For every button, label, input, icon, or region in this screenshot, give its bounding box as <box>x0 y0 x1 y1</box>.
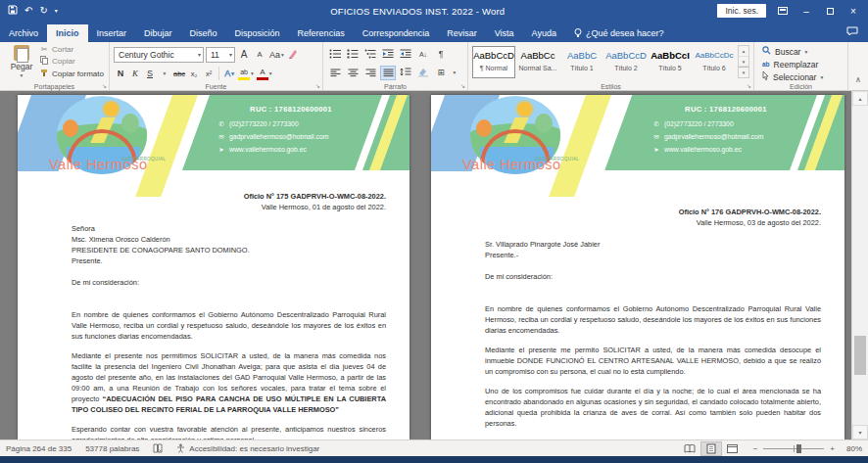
bold-button[interactable]: N <box>114 67 127 81</box>
strikethrough-button[interactable]: abc <box>172 67 186 81</box>
redo-icon[interactable]: ↻ <box>39 6 47 16</box>
save-icon[interactable] <box>8 5 18 17</box>
highlight-button[interactable]: ab ▾ <box>237 67 255 81</box>
zoom-in-button[interactable]: + <box>830 444 835 453</box>
italic-button[interactable]: K <box>128 67 142 81</box>
text-effects-button[interactable]: A▾ <box>222 67 236 81</box>
style-titulo-6[interactable]: AaBbCcDc Título 6 <box>693 46 736 78</box>
tab-correspondencia[interactable]: Correspondencia <box>354 24 439 42</box>
web-layout-icon[interactable] <box>722 441 744 456</box>
vertical-scrollbar[interactable]: ▴ ▾ <box>851 91 868 440</box>
align-right-icon[interactable] <box>362 66 378 80</box>
select-dropdown-icon[interactable]: ▾ <box>820 74 823 80</box>
subscript-button[interactable]: x₂ <box>187 67 201 81</box>
font-size-combo[interactable]: 11 ▾ <box>206 47 235 63</box>
page-indicator[interactable]: Página 264 de 335 <box>6 444 72 453</box>
replace-button[interactable]: ab Reemplazar <box>762 58 844 70</box>
grow-font-button[interactable]: A <box>237 47 251 62</box>
read-mode-icon[interactable] <box>679 441 700 456</box>
decrease-indent-icon[interactable] <box>380 47 396 62</box>
clipboard-dialog-launcher-icon[interactable]: ↘ <box>102 82 107 89</box>
superscript-button[interactable]: x² <box>202 67 216 81</box>
numbered-list-icon[interactable] <box>345 47 361 62</box>
font-size-dropdown-icon[interactable]: ▾ <box>229 51 232 58</box>
cut-button[interactable]: ✂ Cortar <box>39 45 104 54</box>
align-left-icon[interactable] <box>327 66 343 80</box>
accessibility-status[interactable]: Accesibilidad: es necesario investigar <box>176 443 319 453</box>
minimize-button[interactable]: – <box>799 6 813 17</box>
sign-in-button[interactable]: Inic. ses. <box>717 4 766 18</box>
zoom-out-button[interactable]: − <box>753 444 758 453</box>
scroll-up-icon[interactable]: ▴ <box>852 91 868 106</box>
styles-scroll-up-icon[interactable]: ▴ <box>739 46 748 57</box>
clear-formatting-button[interactable] <box>287 47 301 62</box>
styles-gallery-more-icon[interactable]: ▾ <box>739 67 748 77</box>
tab-dibujar[interactable]: Dibujar <box>135 24 181 42</box>
font-name-combo[interactable]: Century Gothic ▾ <box>114 47 204 63</box>
ribbon-display-options-icon[interactable] <box>776 6 790 17</box>
document-canvas[interactable]: RUC : 1768120600001 ✆(02)2773220 / 27733… <box>0 91 868 440</box>
comments-icon[interactable] <box>837 23 868 42</box>
close-button[interactable]: × <box>846 6 860 17</box>
font-dialog-launcher-icon[interactable]: ↘ <box>315 82 320 89</box>
style-titulo-2[interactable]: AaBbCcD Título 2 <box>604 46 648 78</box>
collapse-ribbon-button[interactable]: ∧ <box>848 42 868 90</box>
tab-diseno[interactable]: Diseño <box>181 24 226 42</box>
zoom-slider-thumb[interactable] <box>796 444 801 453</box>
tab-disposicion[interactable]: Disposición <box>226 24 289 42</box>
borders-dropdown-icon[interactable]: ▾ <box>451 66 458 80</box>
paste-dropdown-icon[interactable]: ▾ <box>21 72 24 78</box>
select-button[interactable]: Seleccionar ▾ <box>762 70 844 83</box>
tab-archivo[interactable]: Archivo <box>0 24 47 42</box>
customize-qat-icon[interactable]: ▾ <box>55 6 58 16</box>
tab-ayuda[interactable]: Ayuda <box>523 24 565 42</box>
style-titulo-5[interactable]: AaBbCcI Título 5 <box>649 46 692 78</box>
format-painter-button[interactable]: Copiar formato <box>39 69 104 79</box>
styles-dialog-launcher-icon[interactable]: ↘ <box>747 82 751 89</box>
increase-indent-icon[interactable] <box>398 47 413 62</box>
paste-button[interactable]: Pegar ▾ <box>4 45 39 78</box>
zoom-slider[interactable] <box>763 448 824 449</box>
zoom-level[interactable]: 80% <box>841 444 862 453</box>
font-color-button[interactable]: A ▾ <box>256 67 273 81</box>
proofing-icon[interactable] <box>153 443 163 453</box>
paragraph-dialog-launcher-icon[interactable]: ↘ <box>460 82 465 89</box>
justify-icon[interactable] <box>380 66 396 80</box>
font-name-dropdown-icon[interactable]: ▾ <box>198 51 201 58</box>
letter-body[interactable]: Oficio N° 175 GADPRVH-O-WMC-08-2022. Val… <box>18 171 410 440</box>
tell-me-box[interactable]: ¿Qué desea hacer? <box>565 24 673 42</box>
bullet-list-icon[interactable] <box>327 47 343 62</box>
style-titulo-1[interactable]: AaBbC Título 1 <box>560 46 603 78</box>
word-count[interactable]: 53778 palabras <box>85 444 139 453</box>
print-layout-icon[interactable] <box>700 441 722 456</box>
tab-referencias[interactable]: Referencias <box>289 24 354 42</box>
shading-icon[interactable] <box>415 66 431 80</box>
style-normal-sa[interactable]: AaBbCc Normal Sa... <box>516 46 559 78</box>
show-marks-icon[interactable]: ¶ <box>433 47 449 62</box>
borders-icon[interactable]: ⊞ <box>433 66 449 80</box>
find-button[interactable]: Buscar ▾ <box>762 45 844 58</box>
scroll-down-icon[interactable]: ▾ <box>852 425 868 440</box>
line-spacing-icon[interactable] <box>398 66 413 80</box>
tab-revisar[interactable]: Revisar <box>438 24 486 42</box>
shrink-font-button[interactable]: A <box>253 47 266 62</box>
document-page-right[interactable]: RUC : 1768120600001 ✆(02)2773220 / 27733… <box>431 95 844 440</box>
tab-vista[interactable]: Vista <box>486 24 523 42</box>
tab-inicio[interactable]: Inicio <box>47 24 88 42</box>
scrollbar-thumb[interactable] <box>854 336 866 375</box>
underline-button[interactable]: S <box>143 67 157 81</box>
undo-icon[interactable]: ↶ <box>24 6 32 16</box>
sort-icon[interactable]: A↓ <box>415 47 431 62</box>
tab-insertar[interactable]: Insertar <box>88 24 136 42</box>
letter-body[interactable]: Oficio N° 176 GADPRVH-O-WMC-08-2022. Val… <box>431 171 844 440</box>
document-page-left[interactable]: RUC : 1768120600001 ✆(02)2773220 / 27733… <box>18 95 410 440</box>
styles-scroll-down-icon[interactable]: ▾ <box>739 57 748 68</box>
restore-button[interactable] <box>823 6 837 17</box>
change-case-button[interactable]: Aa▾ <box>268 47 285 62</box>
find-dropdown-icon[interactable]: ▾ <box>804 49 807 55</box>
copy-button[interactable]: Copiar <box>39 56 104 67</box>
underline-dropdown-icon[interactable]: ▾ <box>158 67 171 81</box>
style-normal[interactable]: AaBbCcD ¶ Normal <box>472 46 515 78</box>
align-center-icon[interactable] <box>345 66 361 80</box>
scrollbar-track[interactable] <box>852 106 868 425</box>
